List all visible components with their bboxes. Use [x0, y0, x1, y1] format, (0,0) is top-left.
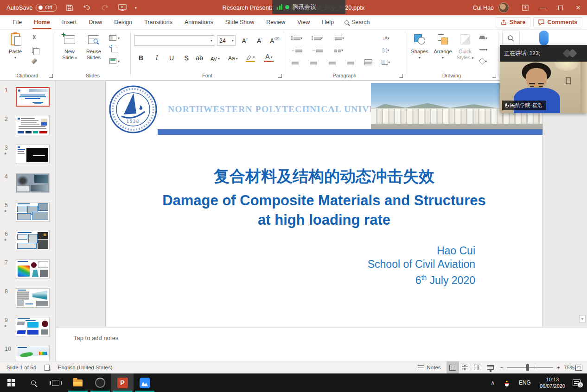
font-size-combo[interactable]: ▾ [217, 35, 236, 46]
proofing-errors-icon[interactable] [45, 365, 50, 371]
paragraph-dialog-launcher-icon[interactable] [399, 74, 403, 78]
share-button[interactable]: Share [496, 17, 531, 27]
slide-layout-button[interactable]: ▾ [109, 33, 120, 43]
shapes-button[interactable]: Shapes ▾ [408, 32, 431, 61]
copy-button[interactable] [29, 45, 40, 54]
strikethrough-button[interactable]: ab [195, 52, 204, 62]
text-shadow-button[interactable]: S [182, 52, 191, 62]
thumbnail-slide-8[interactable]: 8 [0, 288, 56, 308]
ribbon-display-options-icon[interactable] [517, 0, 534, 15]
slide-sorter-view-button[interactable] [459, 361, 472, 374]
thumbnail-image[interactable] [16, 202, 50, 221]
scroll-down-button[interactable]: ▾ [579, 315, 586, 322]
font-name-dropdown-icon[interactable]: ▾ [211, 38, 212, 43]
start-button[interactable] [0, 373, 22, 392]
tab-view[interactable]: View [291, 16, 316, 29]
underline-button[interactable]: U [167, 52, 176, 62]
tab-transitions[interactable]: Transitions [138, 16, 179, 29]
powerpoint-taskbar-button[interactable]: P [111, 373, 134, 392]
normal-view-button[interactable] [447, 361, 459, 374]
comments-button[interactable]: Comments [533, 17, 582, 27]
minimize-button[interactable]: — [534, 0, 552, 15]
notes-toggle-button[interactable]: Notes [412, 365, 446, 370]
start-slideshow-icon[interactable] [117, 3, 128, 13]
columns-button[interactable]: ▾ [332, 45, 345, 55]
format-painter-button[interactable] [29, 57, 40, 66]
tab-design[interactable]: Design [108, 16, 138, 29]
fit-slide-to-window-button[interactable] [575, 365, 582, 371]
shape-effects-button[interactable]: ▾ [478, 57, 489, 66]
slide-editor[interactable]: 1938 NORTHWESTERN POLYTECHNICAL UNIVERSI… [56, 81, 587, 328]
tab-draw[interactable]: Draw [83, 16, 108, 29]
undo-icon[interactable] [82, 3, 92, 13]
quick-styles-button[interactable]: Quick Styles ▾ [453, 32, 477, 61]
tencent-meeting-taskbar-button[interactable] [134, 373, 156, 392]
zoom-level[interactable]: 75% [564, 365, 574, 370]
slideshow-view-button[interactable] [484, 361, 497, 374]
tencent-meeting-badge[interactable]: 腾讯会议 [272, 0, 345, 14]
font-size-dropdown-icon[interactable]: ▾ [232, 38, 234, 43]
thumbnail-slide-9[interactable]: 9 ★ [0, 317, 56, 336]
bold-button[interactable]: B [136, 52, 146, 62]
input-language-button[interactable]: ENG [515, 373, 535, 392]
convert-smartart-button[interactable]: ▾ [380, 57, 392, 67]
recorder-app-button[interactable] [89, 373, 111, 392]
thumbnail-slide-2[interactable]: 2 [0, 116, 56, 135]
increase-font-size-button[interactable]: A^ [240, 35, 249, 45]
align-left-button[interactable] [289, 57, 301, 67]
notes-panel[interactable]: Tap to add notes [56, 328, 587, 361]
zoom-slider-handle[interactable] [526, 364, 529, 371]
thumbnail-slide-7[interactable]: 7 [0, 259, 56, 279]
thumbnail-image[interactable] [16, 173, 50, 193]
bullets-button[interactable]: ▾ [291, 33, 303, 43]
tray-expand-button[interactable]: ∧ [486, 373, 499, 392]
notes-placeholder[interactable]: Tap to add notes [56, 328, 587, 341]
action-center-button[interactable]: 3 [573, 379, 581, 386]
thumbnail-image[interactable] [16, 346, 50, 361]
thumbnail-image[interactable] [16, 231, 50, 250]
redo-icon[interactable] [100, 3, 110, 13]
decrease-font-size-button[interactable]: Aˇ [255, 35, 264, 45]
thumbnail-slide-5[interactable]: 5 ★ [0, 202, 56, 221]
tab-animations[interactable]: Animations [179, 16, 219, 29]
autosave-pill[interactable]: Off [36, 4, 57, 12]
align-text-button[interactable]: [↕]▾ [380, 45, 392, 55]
font-color-button[interactable]: A▾ [264, 52, 274, 62]
line-spacing-button[interactable]: ↕▾ [332, 33, 345, 43]
thumbnail-slide-10[interactable]: 10 [0, 346, 56, 361]
thumbnail-image[interactable] [16, 288, 50, 308]
tab-review[interactable]: Review [260, 16, 291, 29]
zoom-slider[interactable] [507, 367, 553, 368]
autosave-toggle[interactable]: AutoSave Off [6, 4, 57, 12]
close-button[interactable]: × [569, 0, 587, 15]
decrease-indent-button[interactable]: ← [291, 45, 303, 55]
drawing-dialog-launcher-icon[interactable] [492, 74, 496, 78]
language-status[interactable]: English (United States) [58, 365, 113, 370]
text-direction-button[interactable]: ↓A▾ [380, 33, 392, 43]
align-right-button[interactable] [326, 57, 338, 67]
text-highlight-button[interactable]: ▾ [246, 52, 255, 62]
qq-tray-button[interactable] [499, 373, 515, 392]
reset-slide-button[interactable] [109, 45, 120, 54]
thumbnail-slide-4[interactable]: 4 [0, 173, 56, 193]
tab-slide-show[interactable]: Slide Show [219, 16, 261, 29]
font-name-input[interactable] [135, 38, 211, 44]
save-icon[interactable] [64, 3, 75, 13]
align-center-button[interactable] [307, 57, 319, 67]
thumbnail-slide-1[interactable]: 1 [0, 87, 56, 107]
file-explorer-button[interactable] [67, 373, 89, 392]
thumbnail-slide-6[interactable]: 6 ★ [0, 231, 56, 250]
clipboard-dialog-launcher-icon[interactable] [49, 74, 53, 78]
increase-indent-button[interactable]: → [311, 45, 323, 55]
slide-title-block[interactable]: 复合材料及结构的动态冲击失效 Damage of Composite Mater… [115, 166, 533, 230]
reuse-slides-button[interactable]: Reuse Slides [82, 32, 105, 61]
paste-dropdown-icon[interactable]: ▾ [4, 55, 27, 61]
thumbnail-slide-3[interactable]: 3 ★ [0, 145, 56, 164]
distribute-button[interactable] [362, 57, 374, 67]
change-case-button[interactable]: Aa▾ [228, 52, 238, 62]
thumbnail-image[interactable] [16, 145, 50, 164]
author-block[interactable]: Hao Cui School of Civil Aviation 6th Jul… [368, 244, 475, 287]
numbering-button[interactable]: ▾ [311, 33, 323, 43]
clock[interactable]: 10:13 06/07/2020 [535, 376, 570, 389]
tab-help[interactable]: Help [316, 16, 340, 29]
